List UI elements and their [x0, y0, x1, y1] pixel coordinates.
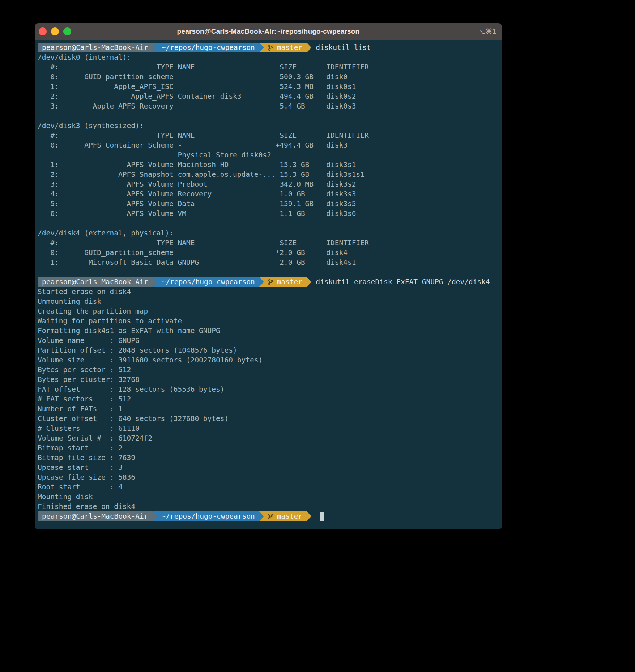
git-branch-icon [268, 44, 274, 51]
prompt-user-segment: pearson@Carls-MacBook-Air [38, 277, 157, 287]
prompt-path-segment: ~/repos/hugo-cwpearson [153, 277, 264, 287]
prompt-path: ~/repos/hugo-cwpearson [162, 511, 255, 521]
prompt-line: pearson@Carls-MacBook-Air~/repos/hugo-cw… [38, 511, 499, 521]
terminal-output-line: 1: Microsoft Basic Data GNUPG 2.0 GB dis… [38, 258, 499, 267]
prompt-path-segment: ~/repos/hugo-cwpearson [153, 43, 264, 52]
terminal-output-line: /dev/disk3 (synthesized): [38, 121, 499, 131]
terminal-output-line: Bytes per sector : 512 [38, 365, 499, 375]
prompt-git-segment: master [259, 43, 311, 52]
terminal-body[interactable]: pearson@Carls-MacBook-Air~/repos/hugo-cw… [35, 40, 502, 521]
prompt-user-segment: pearson@Carls-MacBook-Air [38, 43, 157, 52]
terminal-output-line: Number of FATs : 1 [38, 404, 499, 414]
terminal-output-line: Upcase file size : 5836 [38, 472, 499, 482]
terminal-output-line: 0: GUID_partition_scheme 500.3 GB disk0 [38, 72, 499, 82]
terminal-output-line: #: TYPE NAME SIZE IDENTIFIER [38, 62, 499, 72]
minimize-button[interactable] [51, 27, 59, 35]
prompt-git-segment: master [259, 511, 311, 521]
terminal-window: pearson@Carls-MacBook-Air:~/repos/hugo-c… [35, 23, 502, 529]
terminal-output-line: Creating the partition map [38, 306, 499, 316]
terminal-output-line: 4: APFS Volume Recovery 1.0 GB disk3s3 [38, 189, 499, 199]
terminal-output-line: #: TYPE NAME SIZE IDENTIFIER [38, 131, 499, 140]
titlebar[interactable]: pearson@Carls-MacBook-Air:~/repos/hugo-c… [35, 23, 502, 40]
terminal-output-line: Bitmap start : 2 [38, 443, 499, 453]
terminal-output-line: 3: APFS Volume Preboot 342.0 MB disk3s2 [38, 179, 499, 189]
prompt-branch: master [277, 277, 302, 287]
window-shortcut-hint: ⌥⌘1 [478, 23, 496, 40]
terminal-output-line: Volume size : 3911680 sectors (200278016… [38, 355, 499, 365]
terminal-output-line: 6: APFS Volume VM 1.1 GB disk3s6 [38, 209, 499, 218]
prompt-line: pearson@Carls-MacBook-Air~/repos/hugo-cw… [38, 43, 499, 52]
terminal-output-line: Finished erase on disk4 [38, 502, 499, 511]
terminal-output-line: Physical Store disk0s2 [38, 150, 499, 160]
terminal-output-line: 3: Apple_APFS_Recovery 5.4 GB disk0s3 [38, 101, 499, 111]
terminal-output-line: Mounting disk [38, 492, 499, 502]
terminal-output-line: # FAT sectors : 512 [38, 394, 499, 404]
terminal-output-line: 2: Apple_APFS Container disk3 494.4 GB d… [38, 92, 499, 101]
terminal-output-line: Waiting for partitions to activate [38, 316, 499, 326]
terminal-output-line: FAT offset : 128 sectors (65536 bytes) [38, 384, 499, 394]
prompt-user: pearson@Carls-MacBook-Air [42, 277, 148, 287]
prompt-path: ~/repos/hugo-cwpearson [162, 277, 255, 287]
git-branch-icon [268, 279, 274, 285]
terminal-output-line: 0: GUID_partition_scheme *2.0 GB disk4 [38, 248, 499, 258]
close-button[interactable] [39, 27, 47, 35]
terminal-output-line [38, 218, 499, 228]
terminal-output-line: Unmounting disk [38, 297, 499, 306]
prompt-command: diskutil eraseDisk ExFAT GNUPG /dev/disk… [316, 277, 490, 287]
window-controls [39, 27, 71, 35]
zoom-button[interactable] [63, 27, 71, 35]
prompt-branch: master [277, 43, 302, 52]
terminal-output-line: 0: APFS Container Scheme - +494.4 GB dis… [38, 140, 499, 150]
terminal-cursor [320, 512, 324, 521]
prompt-user: pearson@Carls-MacBook-Air [42, 511, 148, 521]
prompt-command: diskutil list [316, 43, 371, 52]
terminal-output-line: # Clusters : 61110 [38, 424, 499, 433]
prompt-line: pearson@Carls-MacBook-Air~/repos/hugo-cw… [38, 277, 499, 287]
terminal-output-line: Upcase start : 3 [38, 463, 499, 472]
terminal-output-line: 2: APFS Snapshot com.apple.os.update-...… [38, 170, 499, 179]
terminal-output-line: Formatting disk4s1 as ExFAT with name GN… [38, 326, 499, 336]
terminal-output-line: Volume Serial # : 610724f2 [38, 433, 499, 443]
prompt-git-segment: master [259, 277, 311, 287]
window-title: pearson@Carls-MacBook-Air:~/repos/hugo-c… [35, 27, 502, 35]
terminal-output-line: Bytes per cluster: 32768 [38, 375, 499, 384]
terminal-output-line: Partition offset : 2048 sectors (1048576… [38, 345, 499, 355]
git-branch-icon [268, 513, 274, 520]
terminal-output-line: #: TYPE NAME SIZE IDENTIFIER [38, 238, 499, 248]
terminal-output-line: 5: APFS Volume Data 159.1 GB disk3s5 [38, 199, 499, 209]
terminal-output-line: Started erase on disk4 [38, 287, 499, 297]
prompt-branch: master [277, 511, 302, 521]
terminal-output-line: 1: Apple_APFS_ISC 524.3 MB disk0s1 [38, 82, 499, 92]
terminal-output-line: /dev/disk0 (internal): [38, 52, 499, 62]
prompt-user: pearson@Carls-MacBook-Air [42, 43, 148, 52]
terminal-output-line: /dev/disk4 (external, physical): [38, 228, 499, 238]
terminal-output-line: Cluster offset : 640 sectors (327680 byt… [38, 414, 499, 424]
prompt-path-segment: ~/repos/hugo-cwpearson [153, 511, 264, 521]
terminal-output-line [38, 111, 499, 121]
terminal-output-line: Root start : 4 [38, 482, 499, 492]
prompt-path: ~/repos/hugo-cwpearson [162, 43, 255, 52]
terminal-output-line: Bitmap file size : 7639 [38, 453, 499, 463]
prompt-user-segment: pearson@Carls-MacBook-Air [38, 511, 157, 521]
terminal-output-line: Volume name : GNUPG [38, 336, 499, 345]
terminal-output-line: 1: APFS Volume Macintosh HD 15.3 GB disk… [38, 160, 499, 170]
terminal-output-line [38, 267, 499, 277]
